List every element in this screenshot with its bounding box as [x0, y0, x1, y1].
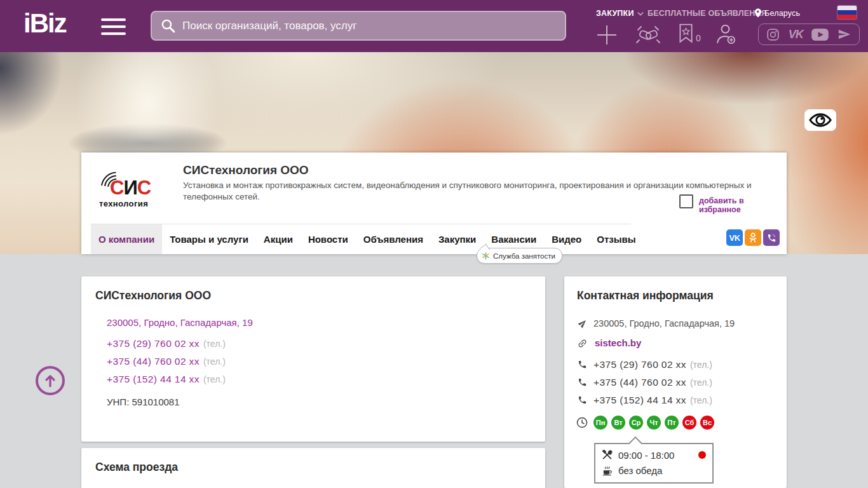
phone-link[interactable]: +375 (29) 760 02 xx — [107, 338, 200, 349]
tab-отзывы[interactable]: Отзывы — [589, 224, 643, 254]
phone-icon — [578, 377, 587, 387]
work-days-row: Пн Вт Ср Чт Пт Сб Вс — [593, 416, 714, 430]
contact-phone-row: +375 (152) 44 14 xx(тел.) — [593, 395, 712, 406]
favorite-checkbox[interactable] — [679, 194, 693, 208]
logo-text-sis: СИС — [110, 178, 151, 198]
tab-о-компании[interactable]: О компании — [91, 224, 162, 254]
favorite-label[interactable]: добавить в избранное — [699, 196, 787, 214]
tab-товары-и-услуги[interactable]: Товары и услуги — [162, 224, 256, 254]
header-social-links: VK — [758, 24, 860, 45]
location-pin-icon — [754, 8, 762, 18]
phone-link[interactable]: +375 (152) 44 14 xx — [107, 374, 200, 384]
company-address-link[interactable]: 230005, Гродно, Гаспадарчая, 19 — [107, 317, 253, 328]
company-name: СИСтехнология ООО — [183, 163, 309, 177]
tab-закупки[interactable]: Закупки — [431, 224, 484, 254]
tab-новости[interactable]: Новости — [301, 224, 356, 254]
telegram-icon[interactable] — [837, 27, 851, 41]
eye-icon — [808, 112, 832, 128]
logo-text-tech: технология — [99, 199, 148, 208]
vk-social-button[interactable]: VK — [726, 229, 743, 246]
navigation-arrow-icon — [576, 316, 590, 330]
arrow-up-icon — [42, 372, 58, 389]
chevron-down-icon — [637, 11, 644, 16]
company-header-card: СИС технология СИСтехнология ООО Установ… — [81, 152, 787, 254]
status-dot — [698, 451, 706, 459]
vacancy-tooltip: Служба занятости — [477, 248, 562, 264]
accessibility-eye-button[interactable] — [804, 109, 836, 131]
contact-phone-row: +375 (29) 760 02 xx(тел.) — [593, 359, 712, 370]
scroll-to-top-button[interactable] — [36, 366, 65, 395]
map-title: Схема проезда — [95, 461, 178, 474]
day-badge[interactable]: Ср — [629, 416, 643, 430]
tab-акции[interactable]: Акции — [256, 224, 301, 254]
user-register-icon[interactable] — [714, 23, 736, 45]
day-badge[interactable]: Чт — [647, 416, 661, 430]
map-card: Схема проезда — [81, 448, 545, 488]
link-icon — [574, 336, 590, 351]
viber-social-button[interactable] — [763, 229, 780, 246]
contact-address: 230005, Гродно, Гаспадарчая, 19 — [593, 318, 735, 329]
instagram-icon[interactable] — [766, 28, 780, 41]
ok-person-icon — [748, 232, 758, 243]
about-company-card: СИСтехнология ООО 230005, Гродно, Гаспад… — [81, 276, 545, 442]
phone-icon — [578, 395, 587, 405]
company-social-buttons: VK — [726, 229, 780, 246]
vk-icon[interactable]: VK — [789, 28, 803, 41]
language-flag-ru[interactable] — [837, 6, 857, 19]
favorites-bookmark-icon[interactable] — [679, 24, 693, 43]
about-title: СИСтехнология ООО — [95, 289, 211, 302]
work-hours: 09:00 - 18:00 — [618, 450, 674, 461]
lunch-cup-icon — [602, 465, 613, 476]
odnoklassniki-social-button[interactable] — [745, 229, 761, 246]
phone-icon — [578, 360, 587, 369]
day-badge[interactable]: Сб — [682, 416, 696, 430]
page: iBiz ЗАКУПКИ БЕСПЛАТНЫЕ ОБЪЯВЛЕНИЯ Белар… — [0, 0, 868, 488]
site-header: iBiz ЗАКУПКИ БЕСПЛАТНЫЕ ОБЪЯВЛЕНИЯ Белар… — [0, 0, 868, 52]
youtube-icon[interactable] — [811, 29, 829, 41]
nav-free-ads[interactable]: БЕСПЛАТНЫЕ ОБЪЯВЛЕНИЯ — [648, 9, 767, 18]
contact-info-card: Контактная информация 230005, Гродно, Га… — [564, 276, 787, 488]
phone-row: +375 (29) 760 02 xx(тел.) — [107, 338, 226, 349]
favorites-count: 0 — [696, 33, 701, 43]
region-selector[interactable]: Беларусь — [754, 8, 800, 18]
search-input[interactable] — [176, 20, 565, 32]
day-badge[interactable]: Вс — [700, 416, 714, 430]
nav-zakupki[interactable]: ЗАКУПКИ — [596, 9, 644, 18]
work-tools-icon — [602, 450, 613, 461]
day-badge[interactable]: Вт — [611, 416, 625, 430]
day-badge[interactable]: Пт — [665, 416, 679, 430]
site-logo[interactable]: iBiz — [24, 8, 66, 39]
contact-phone-row: +375 (44) 760 02 xx(тел.) — [593, 377, 712, 388]
phone-row: +375 (152) 44 14 xx(тел.) — [107, 374, 226, 385]
company-website-link[interactable]: sistech.by — [595, 337, 641, 348]
search-bar[interactable] — [151, 11, 566, 41]
phone-link[interactable]: +375 (44) 760 02 xx — [107, 356, 200, 367]
menu-icon[interactable] — [101, 18, 126, 35]
viber-phone-icon — [767, 233, 776, 243]
add-plus-icon[interactable] — [595, 24, 618, 46]
day-badge[interactable]: Пн — [593, 416, 607, 430]
schedule-tooltip: 09:00 - 18:00 без обеда — [594, 443, 714, 484]
search-icon — [160, 18, 176, 34]
tab-объявления[interactable]: Объявления — [356, 224, 431, 254]
contact-title: Контактная информация — [577, 289, 714, 302]
clock-icon — [576, 417, 588, 428]
company-logo: СИС технология — [92, 157, 159, 224]
phone-row: +375 (44) 760 02 xx(тел.) — [107, 356, 226, 367]
lunch-note: без обеда — [618, 465, 662, 476]
company-unp: УНП: 591010081 — [107, 396, 180, 407]
handshake-icon[interactable] — [634, 25, 662, 45]
employment-service-icon — [482, 252, 490, 260]
